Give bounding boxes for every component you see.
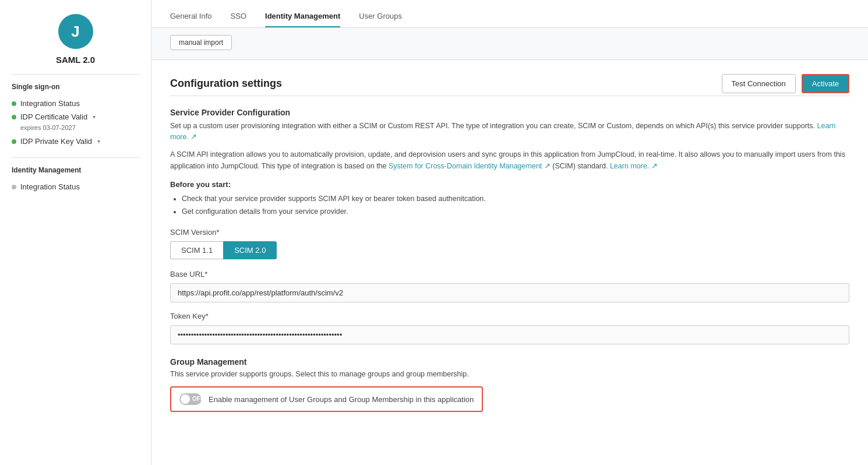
scim-version-label: SCIM Version* — [170, 228, 849, 237]
scim11-button[interactable]: SCIM 1.1 — [170, 241, 223, 259]
manual-import-button[interactable]: manual import — [170, 35, 232, 50]
list-item: Get configuration details from your serv… — [182, 206, 849, 217]
sso-section: Single sign-on Integration Status IDP Ce… — [12, 83, 139, 148]
manual-import-area: manual import — [151, 28, 868, 60]
sidebar-item-label: Integration Status — [20, 182, 80, 191]
green-dot-icon — [12, 139, 16, 144]
green-dot-icon — [12, 101, 16, 106]
test-connection-button[interactable]: Test Connection — [722, 74, 796, 93]
sso-section-label: Single sign-on — [12, 83, 139, 91]
sidebar-item-label: Integration Status — [20, 99, 80, 108]
sidebar: J SAML 2.0 Single sign-on Integration St… — [0, 0, 151, 465]
config-title: Configuration settings — [170, 78, 282, 90]
sidebar-item-integration-status-sso[interactable]: Integration Status — [12, 97, 139, 110]
scim-version-group: SCIM 1.1 SCIM 2.0 — [170, 241, 849, 259]
main-content: General Info SSO Identity Management Use… — [151, 0, 868, 465]
toggle-track[interactable]: OFF — [179, 393, 202, 405]
before-start-title: Before you start: — [170, 180, 849, 189]
activate-button[interactable]: Activate — [802, 74, 849, 93]
tab-user-groups[interactable]: User Groups — [359, 3, 402, 27]
chevron-down-icon: ▾ — [93, 114, 96, 120]
green-dot-icon — [12, 115, 16, 119]
toggle-switch[interactable]: OFF — [179, 393, 202, 405]
idm-section: Identity Management Integration Status — [12, 166, 139, 193]
avatar: J — [58, 14, 93, 49]
sidebar-item-label: IDP Private Key Valid — [20, 137, 92, 146]
idp-cert-expiry: expires 03-07-2027 — [20, 124, 139, 131]
toggle-off-label: OFF — [192, 396, 204, 402]
sidebar-divider — [12, 74, 139, 75]
sidebar-divider-2 — [12, 157, 139, 158]
config-section: Configuration settings Test Connection A… — [151, 60, 868, 465]
base-url-input[interactable] — [170, 283, 849, 302]
tabs-bar: General Info SSO Identity Management Use… — [151, 0, 868, 28]
sidebar-item-label: IDP Certificate Valid — [20, 112, 87, 121]
chevron-down-icon: ▾ — [97, 138, 100, 145]
list-item: Check that your service provider support… — [182, 193, 849, 205]
config-divider — [170, 96, 849, 96]
config-header: Configuration settings Test Connection A… — [170, 74, 849, 93]
tab-general-info[interactable]: General Info — [170, 3, 212, 27]
sidebar-item-integration-status-idm[interactable]: Integration Status — [12, 180, 139, 193]
sp-config-title: Service Provider Configuration — [170, 108, 849, 117]
base-url-label: Base URL* — [170, 270, 849, 279]
scim-standard-link[interactable]: System for Cross-Domain Identity Managem… — [389, 162, 551, 170]
group-mgmt-title: Group Management — [170, 357, 849, 367]
sp-config-desc: Set up a custom user provisioning integr… — [170, 121, 849, 143]
toggle-description: Enable management of User Groups and Gro… — [209, 395, 474, 404]
toggle-row[interactable]: OFF Enable management of User Groups and… — [170, 386, 483, 412]
idm-section-label: Identity Management — [12, 166, 139, 174]
tab-sso[interactable]: SSO — [231, 3, 246, 27]
learn-more-link-2[interactable]: Learn more. ↗ — [610, 162, 658, 170]
sp-config-desc2: A SCIM API integration allows you to aut… — [170, 149, 849, 172]
sidebar-item-idp-cert[interactable]: IDP Certificate Valid ▾ — [12, 110, 139, 124]
config-header-buttons: Test Connection Activate — [722, 74, 849, 93]
before-start-list: Check that your service provider support… — [182, 193, 849, 218]
scim20-button[interactable]: SCIM 2.0 — [223, 241, 277, 259]
token-key-label: Token Key* — [170, 312, 849, 320]
sidebar-app-title: SAML 2.0 — [56, 55, 95, 65]
sidebar-item-idp-key[interactable]: IDP Private Key Valid ▾ — [12, 135, 139, 148]
group-mgmt-desc: This service provider supports groups. S… — [170, 370, 849, 378]
gray-dot-icon — [12, 185, 16, 189]
token-key-input[interactable] — [170, 325, 849, 344]
toggle-thumb — [181, 394, 190, 404]
tab-identity-management[interactable]: Identity Management — [265, 3, 340, 27]
